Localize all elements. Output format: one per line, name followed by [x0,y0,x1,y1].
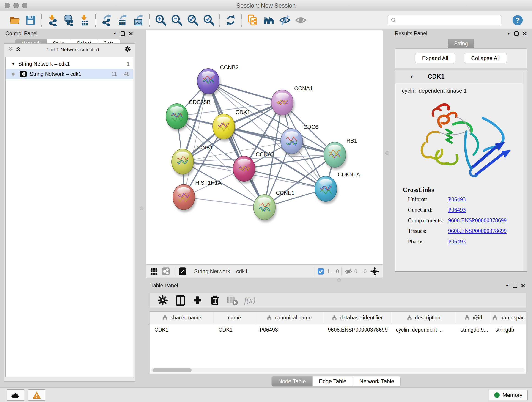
cell-database-identifier[interactable]: 9606.ENSP00000378699 [323,327,391,333]
gene-collapse-caret-icon[interactable]: ▼ [410,75,413,79]
column-header-namespace[interactable]: namespac [491,312,526,324]
column-header-database-identifier[interactable]: database identifier [323,312,391,324]
expand-all-button[interactable]: Expand All [415,53,455,64]
cell-description[interactable]: cyclin–dependent ... [391,327,456,333]
close-panel-icon[interactable]: ✕ [522,32,527,36]
protein-structure-image [406,96,516,183]
panel-menu-icon[interactable]: ▼ [507,32,511,36]
cloud-status-button[interactable] [7,389,24,401]
hide-selected-button[interactable] [278,14,291,27]
tab-string[interactable]: String [448,39,474,48]
cell-name[interactable]: CDK1 [214,327,255,333]
apply-layout-button[interactable] [224,14,237,27]
save-session-button[interactable] [24,14,37,27]
string-view-toggle-icon[interactable] [161,267,171,276]
scrollbar-thumb[interactable] [152,368,191,372]
zoom-in-button[interactable] [154,14,167,27]
network-node-CCNB2[interactable]: CCNB2 [197,64,239,96]
zoom-selected-button[interactable] [202,14,215,27]
network-collection-row[interactable]: ▼ String Network – cdk1 1 [6,59,133,69]
function-builder-button[interactable]: f(x) [244,296,255,305]
cell-namespace[interactable]: stringdb [491,327,526,333]
tab-node-table[interactable]: Node Table [272,376,312,387]
import-table-button[interactable] [78,14,91,27]
network-node-HIST1H1A[interactable]: HIST1H1A [173,180,222,212]
table-horizontal-scrollbar[interactable] [151,368,525,372]
close-panel-icon[interactable]: ✕ [128,32,133,36]
float-panel-icon[interactable] [513,283,517,288]
network-tree: ▼ String Network – cdk1 1 String Network… [6,57,133,377]
network-node-CDC6[interactable]: CDC6 [281,124,318,156]
left-splitter-handle[interactable] [140,206,143,210]
column-header-description[interactable]: description [391,312,456,324]
tab-edge-table[interactable]: Edge Table [312,376,353,387]
collapse-all-networks-icon[interactable] [15,46,21,53]
export-network-button[interactable] [100,14,113,27]
selected-checkbox[interactable] [316,267,325,276]
right-splitter-handle[interactable] [385,151,389,155]
panel-menu-icon[interactable]: ▼ [505,283,509,288]
column-header-name[interactable]: name [214,312,255,324]
network-node-CCNA1[interactable]: CCNA1 [271,85,313,117]
cell-shared-name[interactable]: CDK1 [150,327,214,333]
collection-caret-icon[interactable]: ▼ [11,62,15,66]
zoom-selected-icon [203,14,215,26]
horizontal-splitter-handle[interactable] [337,279,341,282]
memory-button[interactable]: Memory [489,390,528,400]
column-header-id[interactable]: @id [456,312,491,324]
network-edge[interactable] [208,81,264,207]
network-row[interactable]: String Network – cdk1 11 48 [6,69,133,79]
pan-crosshair-icon[interactable] [370,267,380,276]
collapse-all-button[interactable]: Collapse All [464,53,507,64]
table-row[interactable]: CDK1 CDK1 P06493 9606.ENSP00000378699 cy… [150,324,526,336]
crosslink-link[interactable]: 9606.ENSP00000378699 [448,217,507,224]
close-panel-icon[interactable]: ✕ [521,283,525,288]
show-column-button[interactable] [174,294,186,307]
tab-network-table[interactable]: Network Table [353,376,401,387]
delete-column-button[interactable] [209,294,221,307]
open-in-window-icon[interactable] [178,267,187,276]
zoom-window-button[interactable] [22,3,27,8]
show-all-networks-button[interactable] [262,14,275,27]
warning-status-button[interactable] [28,389,45,401]
copy-network-button[interactable] [246,14,259,27]
results-scrollbar[interactable] [524,70,527,271]
open-session-button[interactable] [8,14,21,27]
network-node-RB1[interactable]: RB1 [324,138,357,170]
network-node-CDKN1A[interactable]: CDKN1A [315,172,360,204]
gene-header-row[interactable]: ▼ CDK1 [395,70,527,83]
cell-canonical-name[interactable]: P06493 [255,327,323,333]
network-node-CCNE1[interactable]: CCNE1 [253,190,294,222]
minimize-window-button[interactable] [13,3,19,8]
network-canvas[interactable]: CCNB2CCNA1CDC25BCDK1CDC6RB1CCNB1CCNA2CDK… [146,30,383,264]
panel-menu-icon[interactable]: ▼ [113,32,117,36]
create-column-button[interactable] [191,294,204,307]
column-header-canonical-name[interactable]: canonical name [255,312,323,324]
search-input[interactable] [388,15,501,26]
zoom-out-button[interactable] [170,14,183,27]
crosslink-link[interactable]: P06493 [448,196,466,203]
show-hidden-button[interactable] [294,14,307,27]
network-list-box: 1 of 1 Network selected ▼ String Network… [4,43,135,382]
network-options-gear-icon[interactable] [124,46,131,54]
help-button[interactable]: ? [511,14,524,27]
delete-table-button[interactable] [226,294,239,307]
crosslink-link[interactable]: P06493 [448,207,466,213]
zoom-fit-button[interactable] [186,14,199,27]
cell-id[interactable]: stringdb:9... [456,327,491,333]
export-image-button[interactable] [132,14,145,27]
close-window-button[interactable] [5,3,10,8]
expand-all-networks-icon[interactable] [7,46,13,53]
import-network-from-database-button[interactable] [62,14,75,27]
crosslink-link[interactable]: P06493 [448,238,466,245]
crosslink-link[interactable]: 9606.ENSP00000378699 [448,228,507,234]
export-table-button[interactable] [116,14,129,27]
birds-eye-view-icon[interactable] [149,267,158,276]
table-options-button[interactable] [156,294,169,307]
float-panel-icon[interactable] [120,32,125,36]
network-edge[interactable] [224,127,335,155]
hidden-eye-slash-icon[interactable] [344,267,353,276]
column-header-shared-name[interactable]: shared name [150,312,214,324]
float-panel-icon[interactable] [514,32,519,36]
import-network-button[interactable] [46,14,59,27]
